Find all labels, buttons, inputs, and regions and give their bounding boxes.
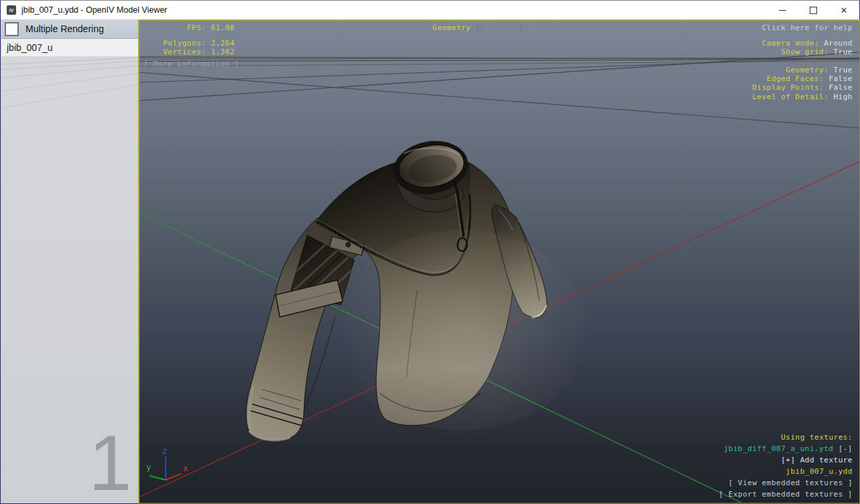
tab-geometry[interactable]: Geometry: [433, 23, 471, 32]
tab-skeleton[interactable]: Skeleton: [528, 23, 566, 32]
viewport-inner: z y x FPS: 61.08 Polygons: 2,264 Vertice…: [140, 21, 859, 503]
geometry-toggle[interactable]: Geometry: True: [786, 66, 853, 74]
axis-gizmo: z y x: [146, 446, 188, 480]
minimize-icon: [779, 10, 786, 11]
model-viewport[interactable]: z y x FPS: 61.08 Polygons: 2,264 Vertice…: [138, 19, 860, 504]
current-file-label: jbib_007_u.ydd: [719, 466, 853, 477]
grid-horizon-lines: [140, 52, 859, 128]
maximize-icon: [810, 7, 817, 14]
maximize-button[interactable]: [798, 1, 828, 19]
sidebar: Multiple Rendering jbib_007_u 1: [1, 19, 139, 503]
level-of-detail-toggle[interactable]: Level of Detail: High: [752, 92, 853, 101]
viewport-scene: z y x: [140, 21, 859, 503]
tab-separator: |: [476, 23, 480, 32]
using-textures-heading: Using textures:: [719, 432, 853, 443]
multiple-rendering-label: Multiple Rendering: [25, 23, 104, 34]
texture-name-link[interactable]: jbib_diff_007_a_uni.ytd: [724, 444, 834, 453]
display-points-toggle[interactable]: Display Points: False: [752, 83, 853, 92]
multiple-rendering-checkbox[interactable]: [5, 22, 19, 36]
export-embedded-textures-button[interactable]: [ Export embedded textures ]: [719, 489, 853, 500]
gizmo-z-label: z: [162, 446, 167, 456]
titlebar[interactable]: IV jbib_007_u.ydd - OpenIV Model Viewer …: [1, 1, 859, 19]
more-information-button[interactable]: [ More information ]: [144, 60, 239, 68]
panel-number-watermark: 1: [89, 424, 132, 502]
remove-texture-button[interactable]: [-]: [839, 444, 853, 453]
camera-mode-toggle[interactable]: Camera mode: Around: [762, 39, 853, 48]
texture-row: jbib_diff_007_a_uni.ytd [-]: [719, 443, 853, 454]
view-embedded-textures-button[interactable]: [ View embedded textures ]: [719, 477, 853, 489]
show-grid-toggle[interactable]: Show grid: True: [781, 48, 853, 56]
edged-faces-toggle[interactable]: Edged Faces: False: [767, 74, 853, 83]
strap-button: [346, 243, 351, 247]
polygons-readout: Polygons: 2,264: [145, 39, 235, 48]
sidebar-item-model[interactable]: jbib_007_u: [1, 39, 138, 56]
textures-panel: Using textures: jbib_diff_007_a_uni.ytd …: [719, 432, 853, 500]
close-button[interactable]: ✕: [828, 1, 859, 19]
tab-bounds[interactable]: Bounds: [485, 23, 514, 32]
close-icon: ✕: [841, 6, 848, 15]
tab-separator: |: [519, 23, 523, 32]
sidebar-grid-bleed: [1, 46, 138, 140]
gizmo-y-axis: [150, 476, 166, 480]
gizmo-x-label: x: [183, 464, 188, 473]
help-link[interactable]: Click here for help: [762, 23, 853, 32]
app-icon: IV: [7, 5, 16, 15]
gizmo-y-label: y: [146, 462, 151, 472]
jacket-model: [246, 135, 589, 440]
minimize-button[interactable]: [767, 1, 798, 19]
window-title: jbib_007_u.ydd - OpenIV Model Viewer: [21, 5, 167, 15]
vertices-readout: Vertices: 1,362: [145, 48, 235, 56]
multiple-rendering-row: Multiple Rendering: [1, 19, 138, 39]
add-texture-button[interactable]: [+] Add texture: [719, 454, 853, 466]
app-window: IV jbib_007_u.ydd - OpenIV Model Viewer …: [0, 0, 860, 504]
view-mode-tabs: Geometry | Bounds | Skeleton: [140, 23, 859, 32]
